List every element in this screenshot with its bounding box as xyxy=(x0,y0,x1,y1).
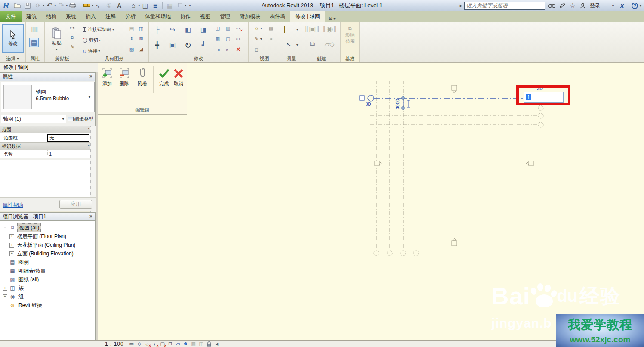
trim-extend-multiple-icon[interactable]: ⇤ xyxy=(225,46,231,53)
save-icon[interactable] xyxy=(23,1,32,10)
crop-view-icon[interactable]: ▢× xyxy=(159,341,166,347)
sidebar-item-elevation[interactable]: 立面 (Building Elevation) xyxy=(16,250,75,258)
align-icon[interactable]: ╞ xyxy=(152,25,162,34)
array-icon[interactable]: ▦ xyxy=(214,35,221,42)
scope-box-value[interactable]: 无 xyxy=(47,134,89,142)
tree-collapse-icon[interactable]: − xyxy=(3,226,7,230)
linework-icon[interactable]: ✎ xyxy=(253,35,260,42)
join-geometry-button[interactable]: ∪ 连接▾ xyxy=(83,46,100,55)
search-expand-icon[interactable]: ▶ xyxy=(460,4,462,8)
section-box-icon[interactable]: ◻ xyxy=(253,46,260,53)
tab-insert[interactable]: 插入 xyxy=(81,11,101,22)
family-types-icon[interactable]: ▦ xyxy=(30,24,39,34)
properties-help-link[interactable]: 属性帮助 xyxy=(3,201,23,209)
split-element-icon[interactable]: ◫ xyxy=(214,25,221,31)
tree-expand-icon[interactable]: + xyxy=(3,286,7,291)
measure-dropdown-icon[interactable]: ▾ xyxy=(92,3,93,7)
tree-expand-icon[interactable]: + xyxy=(3,294,7,299)
signin-dropdown-icon[interactable]: ▾ xyxy=(612,4,614,8)
offset-icon[interactable]: ↪ xyxy=(168,25,177,34)
sidebar-item-views[interactable]: 视图 (all) xyxy=(17,223,41,232)
group-identity-header[interactable]: 标识数据ˆ xyxy=(0,142,90,150)
redo-dropdown-icon[interactable]: ▾ xyxy=(66,3,68,7)
project-browser-close-icon[interactable]: × xyxy=(89,214,92,220)
copy-element-icon[interactable]: ▣ xyxy=(168,40,177,50)
view-dropdown-icon[interactable]: ▾ xyxy=(138,3,140,7)
tab-massing-site[interactable]: 体量和场地 xyxy=(140,11,176,22)
type-selector-dropdown-icon[interactable]: ▼ xyxy=(87,94,92,99)
view-scale[interactable]: 1 : 100 xyxy=(105,341,124,347)
undo-dropdown-icon[interactable]: ▾ xyxy=(54,3,56,7)
sun-path-icon[interactable]: ☼× xyxy=(144,341,151,347)
temporary-dimension-value[interactable]: 3000 xyxy=(395,99,400,109)
tab-analyze[interactable]: 分析 xyxy=(120,11,140,22)
grid-3d-left-label[interactable]: 3D xyxy=(366,102,371,107)
mirror-pick-axis-icon[interactable]: ◧ xyxy=(183,25,193,34)
cancel-button[interactable]: 取消 xyxy=(170,67,187,87)
favorites-star-icon[interactable]: ☆ xyxy=(568,1,577,10)
match-properties-icon[interactable]: ✎ xyxy=(69,43,76,50)
sync-dropdown-icon[interactable]: ▾ xyxy=(43,3,44,7)
group-extents-header[interactable]: 范围ˆ xyxy=(0,126,90,133)
modify-button[interactable]: 修改 xyxy=(2,24,24,53)
grid-3d-checkbox[interactable] xyxy=(360,96,364,100)
lock-icon[interactable] xyxy=(206,341,213,347)
dimension-flip-grip[interactable] xyxy=(407,100,410,107)
type-selector[interactable]: 轴网 6.5mm Bubble ▼ xyxy=(1,82,95,112)
beam-joins-icon[interactable]: ◫ xyxy=(138,25,145,32)
name-value[interactable]: 1 xyxy=(47,150,89,158)
split-face-icon[interactable]: ⇞ xyxy=(128,35,135,42)
pin-icon[interactable]: ⊷ xyxy=(235,35,242,42)
scale-icon[interactable]: ▢ xyxy=(225,35,231,42)
mirror-draw-axis-icon[interactable]: ◨ xyxy=(199,25,208,34)
tab-modify-grids[interactable]: 修改 | 轴网 xyxy=(290,11,325,22)
tree-expand-icon[interactable]: + xyxy=(9,234,14,239)
search-input[interactable] xyxy=(464,2,545,10)
exchange-apps-icon[interactable]: X xyxy=(620,2,624,9)
cope-button[interactable]: 连接端切割▾ xyxy=(83,25,114,34)
measure-dropdown2-icon[interactable]: ▾ xyxy=(296,28,298,31)
split-with-gap-icon[interactable]: ▥ xyxy=(225,25,231,31)
undo-icon[interactable]: ↶ xyxy=(45,1,54,10)
delete-icon[interactable]: × xyxy=(235,46,242,53)
create-similar-icon[interactable]: ⧉ xyxy=(308,40,317,49)
tab-addins[interactable]: 附加模块 xyxy=(235,11,265,22)
finish-button[interactable]: 完成 xyxy=(156,67,172,87)
visual-style-icon[interactable]: ◇ xyxy=(136,341,143,347)
copy-icon[interactable]: ⧉ xyxy=(69,34,76,41)
sidebar-item-schedules[interactable]: 明细表/数量 xyxy=(17,267,47,275)
tab-manage[interactable]: 管理 xyxy=(215,11,235,22)
dimension-icon[interactable]: ↔ xyxy=(283,38,296,50)
tab-structure[interactable]: 结构 xyxy=(41,11,61,22)
detail-level-icon[interactable]: ▭ xyxy=(128,341,135,347)
tab-file[interactable]: 文件 xyxy=(0,11,22,22)
sidebar-item-families[interactable]: 族 xyxy=(17,284,25,292)
tab-collaborate[interactable]: 协作 xyxy=(176,11,195,22)
panel-select-label[interactable]: 选择 ▾ xyxy=(0,56,25,62)
properties-header[interactable]: 属性 × xyxy=(0,72,95,81)
qat-customize-icon[interactable]: ▾ xyxy=(189,3,191,7)
properties-palette-icon[interactable]: ▤ xyxy=(29,38,39,47)
tree-expand-icon[interactable]: + xyxy=(9,243,14,248)
sidebar-item-floor-plan[interactable]: 楼层平面 (Floor Plan) xyxy=(16,232,68,241)
add-button[interactable]: 添加 xyxy=(99,67,115,87)
properties-close-icon[interactable]: × xyxy=(89,74,92,80)
print-icon[interactable] xyxy=(68,1,77,10)
user-icon[interactable] xyxy=(579,1,587,10)
cut-icon[interactable]: ✂ xyxy=(69,25,76,31)
edit-type-button[interactable]: 编辑类型 xyxy=(68,115,95,123)
sign-in-label[interactable]: 登录 xyxy=(590,2,600,9)
dimension-dropdown-icon[interactable]: ▾ xyxy=(296,43,298,47)
sidebar-item-ceiling-plan[interactable]: 天花板平面 (Ceiling Plan) xyxy=(16,241,77,249)
sidebar-item-groups[interactable]: 组 xyxy=(17,293,25,301)
communication-center-icon[interactable] xyxy=(558,1,567,10)
ribbon-display-toggle-icon[interactable]: ⊡ ▾ xyxy=(329,16,336,21)
trim-extend-single-icon[interactable]: ⇥ xyxy=(214,46,221,53)
demolish-hammer-icon[interactable]: ◢ xyxy=(138,46,145,53)
measure-icon[interactable] xyxy=(83,1,91,10)
tab-architecture[interactable]: 建筑 xyxy=(22,11,41,22)
trim-extend-corner-icon[interactable]: ┛ xyxy=(199,40,208,50)
search-binoculars-icon[interactable] xyxy=(548,1,556,10)
apply-button[interactable]: 应用 xyxy=(59,200,92,209)
unpin-icon[interactable]: ⊶× xyxy=(235,25,242,31)
